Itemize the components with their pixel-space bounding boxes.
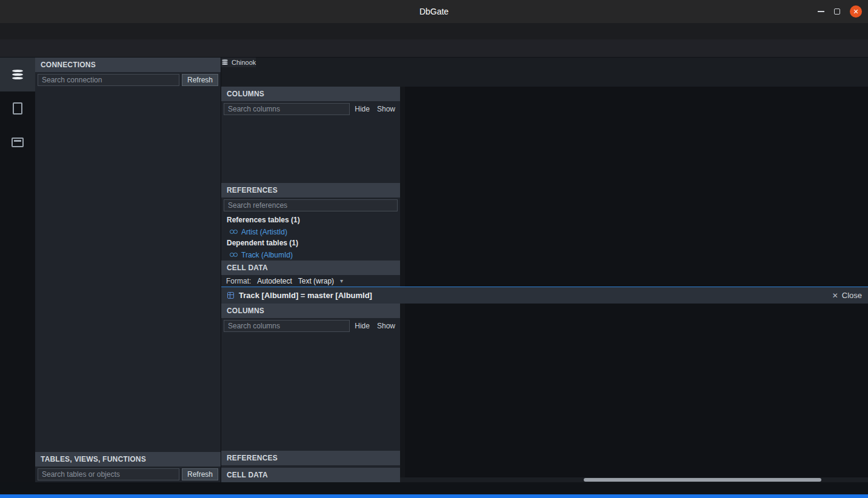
format-mode-select[interactable]: Text (wrap) bbox=[298, 277, 334, 285]
tab-group-database-name: Chinook bbox=[232, 59, 256, 66]
columns-search-row: Hide Show bbox=[221, 318, 400, 334]
sidebar-database-button[interactable] bbox=[0, 58, 35, 91]
columns-search-row: Hide Show bbox=[221, 101, 400, 117]
search-columns-input[interactable] bbox=[224, 320, 350, 332]
show-columns-button[interactable]: Show bbox=[375, 104, 398, 115]
cell-data-section-header[interactable]: CELL DATA bbox=[221, 468, 400, 482]
references-search-row bbox=[221, 198, 400, 213]
menu-bar bbox=[0, 23, 868, 39]
search-connection-input[interactable] bbox=[38, 74, 179, 86]
tabs bbox=[221, 67, 256, 87]
refresh-tables-button[interactable]: Refresh bbox=[182, 468, 218, 480]
chevron-down-icon: ▾ bbox=[340, 277, 343, 284]
reference-link-artist[interactable]: Artist (ArtistId) bbox=[221, 226, 400, 237]
reference-link-icon bbox=[230, 229, 238, 234]
reference-link-track[interactable]: Track (AlbumId) bbox=[221, 249, 400, 261]
album-section: COLUMNS Hide Show REFERENCES References … bbox=[221, 87, 868, 287]
track-section: COLUMNS Hide Show REFERENCES CELL DATA bbox=[221, 304, 868, 482]
sidebar-files-button[interactable] bbox=[0, 91, 35, 125]
close-reference-pane-button[interactable]: ✕ Close bbox=[832, 291, 862, 300]
track-grid bbox=[405, 304, 868, 477]
search-references-input[interactable] bbox=[224, 199, 398, 211]
table-icon bbox=[227, 292, 234, 299]
format-label: Format: bbox=[226, 277, 251, 285]
dependent-tables-label: Dependent tables (1) bbox=[221, 237, 400, 249]
left-icon-bar bbox=[0, 58, 35, 482]
file-icon bbox=[13, 102, 22, 115]
connections-header: CONNECTIONS bbox=[35, 58, 221, 72]
connections-search-row: Refresh bbox=[35, 72, 221, 88]
window-controls: ✕ bbox=[818, 0, 862, 23]
cell-data-format-row: Format: Autodetect Text (wrap) ▾ bbox=[221, 275, 400, 287]
tab-group: Chinook bbox=[221, 58, 256, 87]
sidebar-archive-button[interactable] bbox=[0, 125, 35, 159]
horizontal-scrollbar[interactable] bbox=[584, 478, 821, 482]
status-accent-strip bbox=[0, 494, 868, 498]
left-panel: CONNECTIONS Refresh TABLES, VIEWS, FUNCT… bbox=[35, 58, 221, 482]
hide-columns-button[interactable]: Hide bbox=[352, 320, 372, 331]
status-bar bbox=[0, 482, 868, 494]
references-tables-label: References tables (1) bbox=[221, 214, 400, 226]
tab-strip: Chinook bbox=[221, 58, 868, 87]
titlebar: DbGate ✕ bbox=[0, 0, 868, 23]
tables-search-row: Refresh bbox=[35, 466, 221, 482]
reference-pane-title: Track [AlbumId] = master [AlbumId] bbox=[239, 291, 372, 300]
tab-group-label: Chinook bbox=[221, 58, 256, 67]
album-manager-panel: COLUMNS Hide Show REFERENCES References … bbox=[221, 87, 400, 287]
database-icon bbox=[222, 59, 228, 65]
album-grid bbox=[405, 87, 868, 287]
references-section-header[interactable]: REFERENCES bbox=[221, 451, 400, 465]
columns-section-header[interactable]: COLUMNS bbox=[221, 87, 400, 101]
track-manager-panel: COLUMNS Hide Show REFERENCES CELL DATA bbox=[221, 304, 400, 482]
reference-link-label: Artist (ArtistId) bbox=[241, 228, 287, 236]
main-area: CONNECTIONS Refresh TABLES, VIEWS, FUNCT… bbox=[0, 58, 868, 482]
track-grid-wrap bbox=[400, 304, 868, 482]
hide-columns-button[interactable]: Hide bbox=[352, 104, 372, 115]
show-columns-button[interactable]: Show bbox=[375, 320, 398, 331]
close-label: Close bbox=[842, 291, 862, 300]
references-section-header[interactable]: REFERENCES bbox=[221, 183, 400, 198]
dbgate-window: DbGate ✕ CONNECTIONS Refresh TABLES, VIE… bbox=[0, 0, 868, 498]
maximize-button[interactable] bbox=[834, 8, 840, 15]
minimize-button[interactable] bbox=[818, 11, 824, 12]
format-autodetect-select[interactable]: Autodetect bbox=[257, 277, 292, 285]
search-columns-input[interactable] bbox=[224, 103, 350, 115]
tables-section-header: TABLES, VIEWS, FUNCTIONS bbox=[35, 452, 221, 466]
album-columns-list bbox=[221, 117, 400, 183]
track-grid-hscroll bbox=[400, 477, 868, 482]
archive-icon bbox=[12, 138, 24, 147]
cell-data-section-header[interactable]: CELL DATA bbox=[221, 261, 400, 275]
references-list: References tables (1) Artist (ArtistId) … bbox=[221, 213, 400, 261]
search-tables-input[interactable] bbox=[38, 468, 179, 480]
refresh-connections-button[interactable]: Refresh bbox=[182, 74, 218, 86]
reference-link-icon bbox=[230, 252, 238, 257]
close-icon: ✕ bbox=[832, 291, 838, 300]
window-title: DbGate bbox=[419, 7, 449, 16]
database-icon bbox=[12, 70, 23, 80]
toolbar bbox=[0, 39, 868, 58]
reference-link-label: Track (AlbumId) bbox=[241, 251, 293, 259]
track-columns-list bbox=[221, 334, 400, 451]
content-area: Chinook COLUMNS Hide Show REFERENCES bbox=[221, 58, 868, 482]
close-button[interactable]: ✕ bbox=[850, 5, 862, 18]
connections-tree bbox=[35, 88, 221, 452]
columns-section-header[interactable]: COLUMNS bbox=[221, 304, 400, 318]
reference-pane-header: Track [AlbumId] = master [AlbumId] ✕ Clo… bbox=[221, 287, 868, 304]
